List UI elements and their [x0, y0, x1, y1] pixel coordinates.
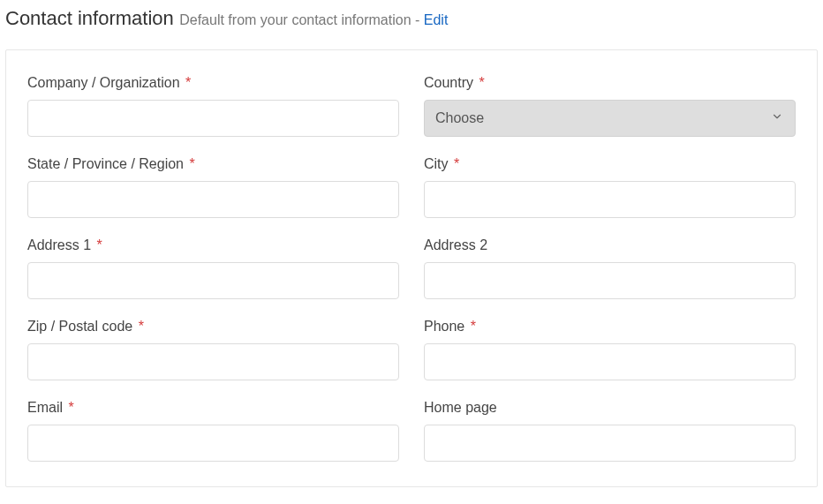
country-select[interactable]: Choose	[424, 100, 796, 137]
label-text: Address 2	[424, 237, 487, 252]
company-input[interactable]	[27, 100, 399, 137]
country-select-wrap: Choose	[424, 100, 796, 137]
zip-label: Zip / Postal code *	[27, 319, 399, 335]
address2-field: Address 2	[424, 237, 796, 299]
city-input[interactable]	[424, 181, 796, 218]
address2-label: Address 2	[424, 237, 796, 253]
country-label: Country *	[424, 75, 796, 91]
phone-input[interactable]	[424, 343, 796, 380]
city-field: City *	[424, 156, 796, 218]
form-row: State / Province / Region * City *	[27, 156, 796, 218]
zip-field: Zip / Postal code *	[27, 319, 399, 380]
section-title: Contact information	[5, 7, 174, 29]
required-marker: *	[68, 400, 73, 415]
form-row: Company / Organization * Country * Choos…	[27, 75, 796, 137]
address2-input[interactable]	[424, 262, 796, 299]
required-marker: *	[97, 237, 102, 252]
form-row: Zip / Postal code * Phone *	[27, 319, 796, 380]
form-row: Email * Home page	[27, 400, 796, 462]
homepage-label: Home page	[424, 400, 796, 416]
contact-form-panel: Company / Organization * Country * Choos…	[5, 49, 818, 487]
edit-link[interactable]: Edit	[424, 12, 449, 27]
address1-input[interactable]	[27, 262, 399, 299]
email-label: Email *	[27, 400, 399, 416]
label-text: Email	[27, 400, 63, 415]
label-text: Zip / Postal code	[27, 319, 132, 334]
address1-field: Address 1 *	[27, 237, 399, 299]
state-label: State / Province / Region *	[27, 156, 399, 172]
form-row: Address 1 * Address 2	[27, 237, 796, 299]
state-input[interactable]	[27, 181, 399, 218]
required-marker: *	[454, 156, 459, 171]
required-marker: *	[189, 156, 194, 171]
email-input[interactable]	[27, 425, 399, 462]
required-marker: *	[471, 319, 476, 334]
phone-label: Phone *	[424, 319, 796, 335]
label-text: Home page	[424, 400, 497, 415]
section-separator: -	[415, 12, 424, 27]
label-text: Company / Organization	[27, 75, 180, 90]
company-label: Company / Organization *	[27, 75, 399, 91]
label-text: Country	[424, 75, 473, 90]
label-text: City	[424, 156, 449, 171]
label-text: Address 1	[27, 237, 91, 252]
email-field: Email *	[27, 400, 399, 462]
homepage-input[interactable]	[424, 425, 796, 462]
required-marker: *	[185, 75, 191, 90]
label-text: State / Province / Region	[27, 156, 184, 171]
city-label: City *	[424, 156, 796, 172]
phone-field: Phone *	[424, 319, 796, 380]
country-field: Country * Choose	[424, 75, 796, 137]
state-field: State / Province / Region *	[27, 156, 399, 218]
section-subtitle: Default from your contact information	[179, 12, 411, 27]
company-field: Company / Organization *	[27, 75, 399, 137]
required-marker: *	[139, 319, 144, 334]
zip-input[interactable]	[27, 343, 399, 380]
required-marker: *	[479, 75, 484, 90]
label-text: Phone	[424, 319, 464, 334]
address1-label: Address 1 *	[27, 237, 399, 253]
section-header: Contact information Default from your co…	[0, 0, 823, 49]
homepage-field: Home page	[424, 400, 796, 462]
